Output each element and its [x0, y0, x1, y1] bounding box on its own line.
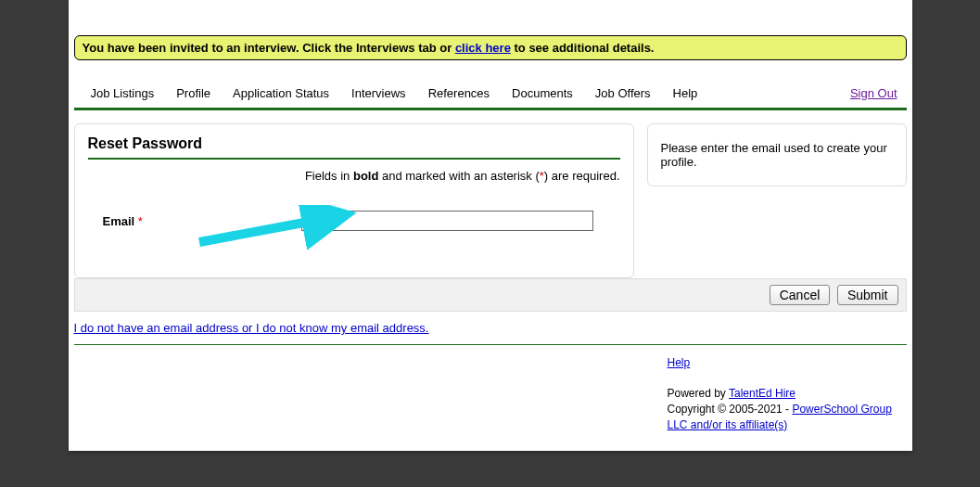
powered-by-link[interactable]: TalentEd Hire [729, 387, 795, 400]
email-asterisk: * [138, 214, 143, 228]
page-title: Reset Password [88, 135, 620, 160]
notice-click-here-link[interactable]: click here [455, 41, 511, 55]
button-bar: Cancel Submit [74, 278, 907, 312]
top-spacer [69, 0, 912, 35]
sign-out-link[interactable]: Sign Out [850, 86, 901, 100]
tab-application-status[interactable]: Application Status [222, 79, 340, 108]
tab-help[interactable]: Help [662, 79, 709, 108]
tab-documents[interactable]: Documents [501, 79, 584, 108]
tab-references[interactable]: References [417, 79, 501, 108]
submit-button[interactable]: Submit [837, 285, 898, 305]
powered-by-text: Powered by [668, 387, 730, 400]
cancel-button[interactable]: Cancel [770, 285, 831, 305]
email-field[interactable] [301, 211, 593, 231]
tab-job-listings[interactable]: Job Listings [80, 79, 166, 108]
hint-mid: and marked with an asterisk ( [378, 169, 539, 183]
side-card: Please enter the email used to create yo… [647, 123, 907, 186]
tab-job-offers[interactable]: Job Offers [584, 79, 662, 108]
footer-info: Powered by TalentEd Hire Copyright © 200… [668, 386, 907, 432]
email-input-col [301, 211, 593, 231]
notice-text-prefix: You have been invited to an interview. C… [83, 41, 455, 55]
footer: Help Powered by TalentEd Hire Copyright … [69, 356, 912, 451]
page-container: You have been invited to an interview. C… [69, 0, 912, 451]
main-card: Reset Password Fields in bold and marked… [74, 123, 634, 278]
sidebar-text: Please enter the email used to create yo… [661, 141, 887, 169]
email-label: Email [103, 214, 135, 228]
interview-notice: You have been invited to an interview. C… [74, 35, 907, 60]
copyright-text: Copyright © 2005-2021 - [668, 403, 793, 416]
tab-interviews[interactable]: Interviews [340, 79, 417, 108]
no-email-link[interactable]: I do not have an email address or I do n… [74, 321, 907, 335]
notice-text-suffix: to see additional details. [511, 41, 655, 55]
footer-help-link[interactable]: Help [668, 356, 691, 369]
hint-suffix: ) are required. [544, 169, 620, 183]
email-label-col: Email * [88, 214, 301, 228]
hint-prefix: Fields in [305, 169, 353, 183]
divider [74, 344, 907, 345]
tab-profile[interactable]: Profile [165, 79, 222, 108]
tab-nav: Job Listings Profile Application Status … [74, 79, 907, 110]
content-row: Reset Password Fields in bold and marked… [69, 110, 912, 278]
required-hint: Fields in bold and marked with an asteri… [88, 165, 620, 211]
hint-bold: bold [353, 169, 378, 183]
email-row: Email * [88, 211, 620, 259]
